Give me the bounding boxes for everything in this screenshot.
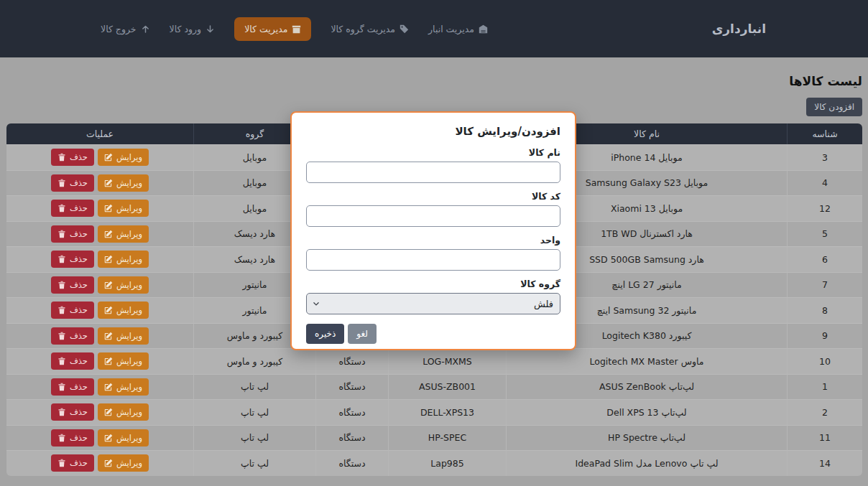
product-name-input[interactable] <box>306 162 560 183</box>
product-group-label: گروه کالا <box>306 279 560 289</box>
cancel-button[interactable]: لغو <box>348 324 377 344</box>
save-button[interactable]: ذخیره <box>306 324 344 344</box>
inventory-app: انبارداری مدیریت انبار مدیریت گروه کالا … <box>0 0 868 486</box>
unit-input[interactable] <box>306 249 560 271</box>
product-name-label: نام کالا <box>306 147 560 158</box>
product-group-select[interactable]: فلش <box>306 293 560 314</box>
add-edit-product-modal: افزودن/ویرایش کالا نام کالا کد کالا واحد… <box>290 111 576 350</box>
unit-label: واحد <box>306 235 560 246</box>
modal-title: افزودن/ویرایش کالا <box>306 125 560 138</box>
product-code-input[interactable] <box>306 205 560 227</box>
product-code-label: کد کالا <box>306 191 560 202</box>
